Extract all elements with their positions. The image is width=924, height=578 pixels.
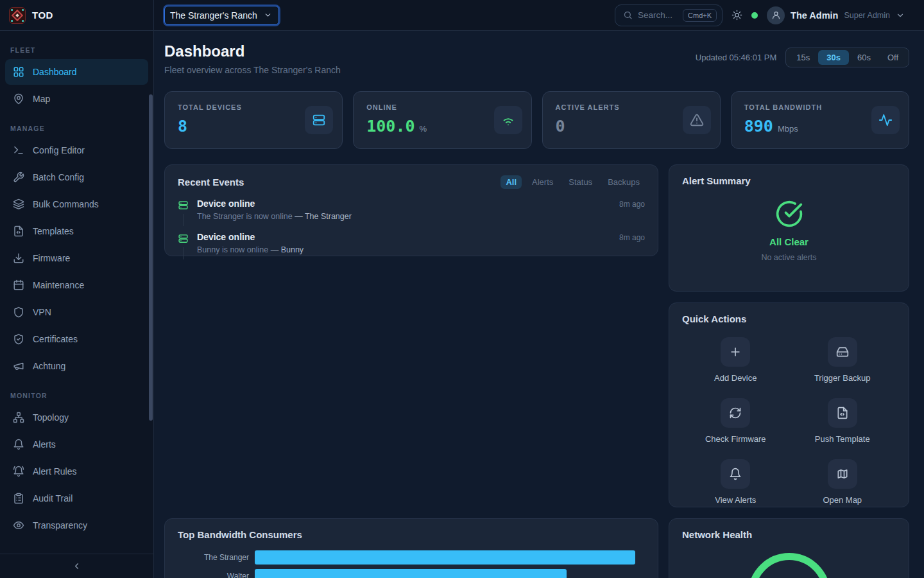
quick-action-label: Trigger Backup <box>814 373 871 383</box>
alert-status: All Clear <box>769 236 809 247</box>
sidebar-item-label: Bulk Commands <box>33 199 99 209</box>
connection-status-dot <box>751 12 758 19</box>
sidebar-item-label: Map <box>33 94 50 104</box>
main-content: Dashboard Fleet overview across The Stra… <box>154 31 924 578</box>
bell-icon <box>729 468 742 480</box>
tab-backups[interactable]: Backups <box>603 175 645 189</box>
bar-the-stranger <box>255 550 635 565</box>
terminal-icon <box>13 144 24 156</box>
alert-detail: No active alerts <box>761 253 816 262</box>
wrench-icon <box>13 171 24 183</box>
bell-ring-icon <box>13 466 24 477</box>
bar-row: Walter <box>178 569 645 578</box>
event-device: — Bunny <box>271 245 304 254</box>
search-input[interactable] <box>638 10 678 20</box>
stat-card-online: ONLINE 100.0 % <box>353 91 531 149</box>
quick-action-label: Open Map <box>823 495 862 505</box>
fleet-selector[interactable]: The Stranger's Ranch <box>164 6 279 25</box>
sidebar-item-firmware[interactable]: Firmware <box>5 245 148 271</box>
event-list: Device online 8m ago The Stranger is now… <box>178 197 645 263</box>
stat-value: 8 <box>178 117 187 136</box>
bandwidth-chart-title: Top Bandwidth Consumers <box>178 529 645 540</box>
refresh-interval-group: 15s 30s 60s Off <box>785 48 909 67</box>
quick-action-trigger-backup[interactable]: Trigger Backup <box>789 337 896 383</box>
sidebar-item-config-editor[interactable]: Config Editor <box>5 137 148 163</box>
event-title: Device online <box>197 198 255 209</box>
sidebar-item-label: Config Editor <box>33 145 85 155</box>
sidebar-item-label: Dashboard <box>33 67 77 77</box>
quick-actions-title: Quick Actions <box>682 313 896 324</box>
server-icon <box>178 233 189 244</box>
interval-off-button[interactable]: Off <box>879 50 907 65</box>
quick-action-push-template[interactable]: Push Template <box>789 398 896 444</box>
sidebar-scrollbar[interactable] <box>149 94 153 421</box>
sidebar-item-vpn[interactable]: VPN <box>5 299 148 325</box>
megaphone-icon <box>13 360 24 372</box>
chevron-down-icon <box>896 11 905 20</box>
bar-row: The Stranger <box>178 550 645 565</box>
sidebar-item-label: Transparency <box>33 520 87 530</box>
event-title: Device online <box>197 232 255 242</box>
sidebar-item-bulk-commands[interactable]: Bulk Commands <box>5 191 148 217</box>
bandwidth-chart-panel: Top Bandwidth Consumers The Stranger Wal… <box>164 518 658 578</box>
search-shortcut-badge: Cmd+K <box>683 9 717 22</box>
stat-value: 0 <box>556 117 565 136</box>
brand: TOD <box>0 0 154 30</box>
tab-status[interactable]: Status <box>563 175 597 189</box>
quick-action-label: View Alerts <box>715 495 756 505</box>
theme-toggle-button[interactable] <box>732 10 742 21</box>
sidebar-item-templates[interactable]: Templates <box>5 218 148 244</box>
sidebar-item-maintenance[interactable]: Maintenance <box>5 272 148 298</box>
search-box[interactable]: Cmd+K <box>615 4 723 26</box>
page-title: Dashboard <box>164 42 341 60</box>
sidebar-item-topology[interactable]: Topology <box>5 405 148 430</box>
quick-action-open-map[interactable]: Open Map <box>789 459 896 505</box>
sidebar: FLEET Dashboard Map MANAGE Config Editor… <box>0 31 154 578</box>
quick-action-add-device[interactable]: Add Device <box>682 337 789 383</box>
server-icon <box>312 113 326 127</box>
quick-action-view-alerts[interactable]: View Alerts <box>682 459 789 505</box>
sidebar-item-label: Maintenance <box>33 280 84 290</box>
sidebar-item-dashboard[interactable]: Dashboard <box>5 59 148 85</box>
sidebar-item-certificates[interactable]: Certificates <box>5 326 148 352</box>
bell-icon <box>13 439 24 450</box>
sidebar-item-alerts[interactable]: Alerts <box>5 432 148 457</box>
user-role: Super Admin <box>844 11 890 20</box>
topbar: TOD The Stranger's Ranch Cmd+K The Admin… <box>0 0 924 31</box>
recent-events-title: Recent Events <box>178 177 244 188</box>
sidebar-collapse-button[interactable] <box>0 554 153 578</box>
chevron-down-icon <box>264 11 272 19</box>
brand-name: TOD <box>32 10 53 21</box>
event-time: 8m ago <box>619 200 645 209</box>
interval-60s-button[interactable]: 60s <box>849 50 879 65</box>
clipboard-icon <box>13 493 24 504</box>
interval-15s-button[interactable]: 15s <box>788 50 818 65</box>
search-icon <box>623 10 633 20</box>
nav-section-manage: MANAGE <box>0 125 153 132</box>
refresh-icon <box>729 407 742 419</box>
sidebar-item-transparency[interactable]: Transparency <box>5 512 148 538</box>
bar-walter <box>255 569 567 578</box>
sidebar-item-audit-trail[interactable]: Audit Trail <box>5 486 148 511</box>
network-health-panel: Network Health 100 <box>669 518 909 578</box>
sidebar-item-label: Batch Config <box>33 172 84 182</box>
bandwidth-bars: The Stranger Walter <box>178 550 645 578</box>
server-icon <box>178 200 189 211</box>
sidebar-item-batch-config[interactable]: Batch Config <box>5 164 148 190</box>
sidebar-item-label: Firmware <box>33 253 70 263</box>
quick-action-label: Push Template <box>815 434 870 444</box>
event-row: Device online 8m ago The Stranger is now… <box>178 197 645 230</box>
sidebar-item-achtung[interactable]: Achtung <box>5 353 148 379</box>
tab-all[interactable]: All <box>501 175 522 189</box>
sidebar-item-map[interactable]: Map <box>5 86 148 112</box>
sidebar-item-label: Achtung <box>33 361 65 371</box>
shield-check-icon <box>13 333 24 345</box>
download-icon <box>13 252 24 264</box>
sidebar-item-alert-rules[interactable]: Alert Rules <box>5 459 148 484</box>
quick-action-check-firmware[interactable]: Check Firmware <box>682 398 789 444</box>
interval-30s-button[interactable]: 30s <box>818 50 849 65</box>
tab-alerts[interactable]: Alerts <box>527 175 558 189</box>
quick-action-label: Check Firmware <box>705 434 766 444</box>
sun-icon <box>732 10 742 21</box>
user-menu[interactable]: The Admin Super Admin <box>767 6 914 24</box>
